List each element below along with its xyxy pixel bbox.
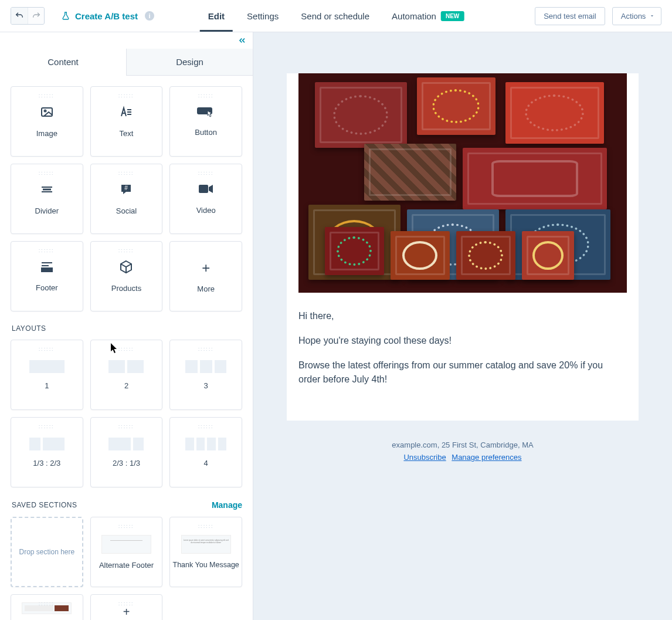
email-line-2: Browse the latest offerings from our sum…	[298, 358, 627, 387]
layout-4[interactable]: ∷∷∷ 4	[169, 417, 242, 487]
tab-settings-label: Settings	[247, 11, 279, 21]
collapse-sidebar-handle[interactable]	[0, 32, 253, 49]
layout-1[interactable]: ∷∷∷ 1	[11, 340, 83, 410]
grip-icon: ∷∷∷	[39, 346, 55, 353]
block-image[interactable]: ∷∷∷ Image	[11, 86, 83, 157]
design-tab-label: Design	[176, 57, 203, 67]
block-image-label: Image	[36, 129, 57, 138]
tab-edit-label: Edit	[208, 11, 225, 21]
email-body[interactable]: Hi there, Hope you're staying cool these…	[287, 293, 639, 421]
ab-test-label: Create A/B test	[75, 11, 138, 21]
redo-button[interactable]	[28, 8, 44, 24]
block-divider[interactable]: ∷∷∷ Divider	[11, 164, 83, 234]
new-badge: NEW	[441, 11, 464, 21]
unsubscribe-link[interactable]: Unsubscribe	[403, 453, 446, 462]
tab-settings[interactable]: Settings	[247, 0, 279, 32]
saved-sections-grid: Drop section here ∷∷∷ Alternate Footer ∷…	[11, 517, 242, 620]
svg-point-1	[44, 110, 46, 112]
sidebar-tab-content[interactable]: Content	[0, 49, 126, 75]
chevrons-left-icon	[237, 36, 247, 45]
send-test-label: Send test email	[544, 12, 596, 21]
grip-icon: ∷∷∷	[198, 93, 214, 99]
block-button[interactable]: ∷∷∷ Button	[169, 86, 242, 157]
social-icon: #	[119, 182, 133, 196]
grip-icon: ∷∷∷	[118, 601, 134, 607]
video-icon	[198, 183, 213, 196]
saved-section-alternate-footer[interactable]: ∷∷∷ Alternate Footer	[90, 517, 163, 587]
button-icon	[197, 106, 215, 118]
sidebar: Content Design ∷∷∷ Image ∷∷∷ Text ∷∷∷	[0, 32, 253, 620]
undo-icon	[15, 11, 24, 21]
redo-icon	[32, 11, 41, 21]
block-more[interactable]: + More	[169, 241, 242, 311]
create-ab-test-link[interactable]: Create A/B test i	[61, 11, 154, 21]
email-canvas[interactable]: Hi there, Hope you're staying cool these…	[253, 32, 672, 620]
main: Content Design ∷∷∷ Image ∷∷∷ Text ∷∷∷	[0, 32, 672, 620]
actions-dropdown-button[interactable]: Actions	[612, 7, 661, 25]
grip-icon: ∷∷∷	[39, 601, 55, 607]
saved-section-thank-you[interactable]: ∷∷∷ Lorem ipsum dolor sit amet consectet…	[169, 517, 242, 587]
alternate-footer-thumbnail	[101, 535, 151, 554]
footer-icon	[40, 260, 54, 273]
svg-rect-0	[42, 108, 52, 116]
top-right-buttons: Send test email Actions	[535, 7, 661, 25]
topbar: Create A/B test i Edit Settings Send or …	[0, 0, 672, 32]
layout-4-label: 4	[204, 459, 208, 467]
tab-edit[interactable]: Edit	[208, 0, 225, 32]
alternate-footer-label: Alternate Footer	[99, 561, 154, 570]
grip-icon: ∷∷∷	[39, 424, 55, 430]
layout-1-label: 1	[45, 381, 49, 390]
layout-1-3-label: 1/3 : 2/3	[33, 459, 60, 467]
layouts-grid: ∷∷∷ 1 ∷∷∷ 2 ∷∷∷ 3 ∷∷∷ 1/3 : 2/3	[11, 340, 242, 487]
send-test-email-button[interactable]: Send test email	[535, 7, 605, 25]
thank-you-thumbnail: Lorem ipsum dolor sit amet consectetur a…	[181, 535, 231, 554]
layout-2-3-1-3[interactable]: ∷∷∷ 2/3 : 1/3	[90, 417, 163, 487]
info-icon[interactable]: i	[145, 11, 154, 21]
tab-automation[interactable]: Automation NEW	[392, 0, 464, 32]
grip-icon: ∷∷∷	[39, 93, 55, 99]
saved-section-item-3[interactable]: ∷∷∷	[11, 594, 83, 620]
email-hero-image[interactable]	[298, 73, 627, 293]
main-tabs: Edit Settings Send or schedule Automatio…	[208, 0, 464, 32]
svg-marker-11	[209, 185, 213, 193]
block-footer[interactable]: ∷∷∷ Footer	[11, 241, 83, 311]
layout-1-3-2-3[interactable]: ∷∷∷ 1/3 : 2/3	[11, 417, 83, 487]
sidebar-tabs: Content Design	[0, 49, 253, 76]
sidebar-tab-design[interactable]: Design	[126, 49, 253, 75]
svg-rect-10	[199, 185, 208, 193]
manage-saved-sections-link[interactable]: Manage	[212, 500, 242, 510]
actions-label: Actions	[621, 12, 646, 21]
grip-icon: ∷∷∷	[118, 523, 134, 530]
saved-section-item-4[interactable]: ∷∷∷ +	[90, 594, 163, 620]
layout-2[interactable]: ∷∷∷ 2	[90, 340, 163, 410]
undo-button[interactable]	[11, 8, 28, 24]
manage-preferences-link[interactable]: Manage preferences	[452, 453, 521, 462]
grip-icon: ∷∷∷	[118, 93, 134, 99]
tab-send-schedule[interactable]: Send or schedule	[301, 0, 369, 32]
layout-3[interactable]: ∷∷∷ 3	[169, 340, 242, 410]
block-video[interactable]: ∷∷∷ Video	[169, 164, 242, 234]
block-text-label: Text	[120, 129, 134, 138]
grip-icon: ∷∷∷	[39, 170, 55, 177]
email-line-1: Hope you're staying cool these days!	[298, 334, 627, 348]
grip-icon: ∷∷∷	[39, 248, 55, 254]
block-text[interactable]: ∷∷∷ Text	[90, 86, 163, 157]
content-tab-label: Content	[47, 57, 79, 67]
block-social[interactable]: ∷∷∷ # Social	[90, 164, 163, 234]
products-icon	[119, 260, 133, 274]
block-footer-label: Footer	[36, 283, 58, 292]
chevron-down-icon	[649, 13, 655, 19]
saved-section-dropzone[interactable]: Drop section here	[11, 517, 83, 587]
block-divider-label: Divider	[35, 206, 59, 215]
tab-send-label: Send or schedule	[301, 11, 369, 21]
block-more-label: More	[197, 284, 215, 293]
layout-2-3-label: 2/3 : 1/3	[113, 459, 140, 467]
email-footer[interactable]: example.com, 25 First St, Cambridge, MA …	[287, 421, 639, 482]
layout-2-label: 2	[124, 381, 128, 390]
email-greeting: Hi there,	[298, 309, 627, 323]
flask-icon	[61, 11, 70, 21]
svg-text:#: #	[125, 185, 128, 191]
email-preview[interactable]: Hi there, Hope you're staying cool these…	[287, 73, 639, 421]
block-products[interactable]: ∷∷∷ Products	[90, 241, 163, 311]
block-video-label: Video	[196, 206, 216, 215]
